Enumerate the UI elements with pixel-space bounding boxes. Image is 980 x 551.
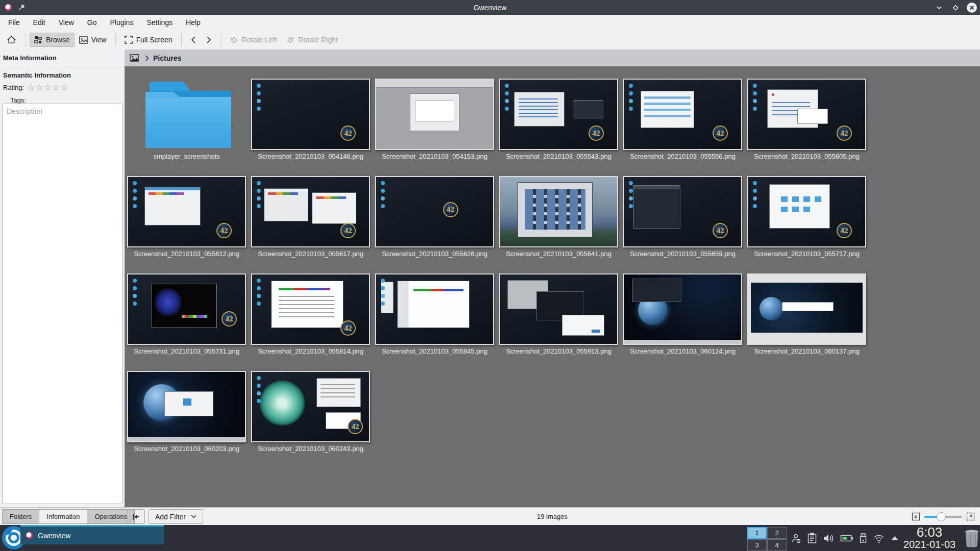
close-button[interactable]: [967, 3, 977, 13]
rating-stars[interactable]: ☆☆☆☆☆: [27, 83, 68, 92]
rotate-right-button[interactable]: Rotate Right: [281, 33, 342, 47]
thumbnail-item[interactable]: 42Screenshot_20210103_055659.png: [623, 176, 742, 258]
thumbnail-image[interactable]: 42: [375, 176, 494, 247]
thumbnail-filename: Screenshot_20210103_055556.png: [623, 153, 742, 160]
star-icon[interactable]: ☆: [52, 83, 60, 92]
desktop-2[interactable]: 2: [767, 527, 787, 539]
desktop-icons-art: [257, 376, 261, 380]
minimize-button[interactable]: [934, 3, 944, 13]
forward-button[interactable]: [201, 33, 216, 47]
breadcrumb: Pictures: [125, 49, 980, 66]
thumbnail-image[interactable]: 42: [127, 273, 246, 345]
menu-file[interactable]: File: [3, 16, 25, 29]
zoom-fullsize-icon[interactable]: [966, 512, 975, 521]
thumbnail-image[interactable]: 42: [375, 273, 494, 345]
browse-button[interactable]: Browse: [30, 33, 75, 47]
thumbnail-image[interactable]: 42: [499, 79, 618, 150]
thumbnail-filename: Screenshot_20210103_055543.png: [499, 153, 618, 160]
home-button[interactable]: [2, 32, 21, 47]
clipboard-icon[interactable]: [807, 533, 817, 544]
tab-information[interactable]: Information: [39, 509, 87, 524]
thumbnail-image[interactable]: 42: [251, 176, 370, 247]
breadcrumb-location[interactable]: Pictures: [153, 54, 181, 62]
menu-plugins[interactable]: Plugins: [105, 16, 138, 29]
thumbnail-filename: Screenshot_20210103_055605.png: [747, 153, 866, 160]
thumbnail-item[interactable]: 42Screenshot_20210103_055617.png: [251, 176, 370, 258]
thumbnail-image[interactable]: 42: [375, 79, 494, 150]
rotate-left-button[interactable]: Rotate Left: [225, 33, 282, 47]
desktop-1[interactable]: 1: [747, 527, 767, 539]
location-image-icon[interactable]: [130, 54, 139, 62]
thumbnail-image[interactable]: 42: [499, 273, 618, 345]
thumbnail-image[interactable]: 42: [251, 371, 370, 442]
thumbnail-item[interactable]: 42Screenshot_20210103_055612.png: [127, 176, 246, 258]
thumbnail-item[interactable]: 42Screenshot_20210103_060243.png: [251, 371, 370, 453]
view-button[interactable]: View: [75, 33, 111, 47]
titlebar[interactable]: Gwenview: [0, 0, 980, 15]
thumbnail-image[interactable]: 42: [127, 176, 246, 247]
zoom-slider[interactable]: [924, 516, 962, 518]
thumbnail-image[interactable]: 42: [251, 273, 370, 345]
thumbnail-image[interactable]: 42: [623, 176, 742, 247]
user-switcher-icon[interactable]: [790, 533, 801, 544]
star-icon[interactable]: ☆: [35, 83, 43, 92]
description-input[interactable]: [2, 104, 122, 504]
thumbnail-image[interactable]: 42: [623, 273, 742, 345]
thumbnail-item[interactable]: 42Screenshot_20210103_055731.png: [127, 273, 246, 355]
fullscreen-button[interactable]: Full Screen: [120, 33, 177, 47]
thumbnail-item[interactable]: 42Screenshot_20210103_055641.png: [499, 176, 618, 258]
volume-icon[interactable]: [823, 533, 835, 544]
thumbnail-image[interactable]: 42: [127, 371, 246, 442]
maximize-button[interactable]: [950, 3, 961, 13]
desktop-icons-art: [753, 84, 757, 88]
menu-view[interactable]: View: [54, 16, 79, 29]
thumbnail-item[interactable]: 42Screenshot_20210103_055543.png: [499, 79, 618, 160]
thumbnail-item[interactable]: 42Screenshot_20210103_055814.png: [251, 273, 370, 355]
thumbnail-item[interactable]: 42Screenshot_20210103_054146.png: [251, 79, 370, 160]
menu-go[interactable]: Go: [82, 16, 102, 29]
thumbnail-filename: Screenshot_20210103_060124.png: [623, 347, 742, 355]
tray-expander-icon[interactable]: [891, 536, 899, 541]
thumbnail-item[interactable]: 42Screenshot_20210103_055717.png: [747, 176, 866, 258]
folder-icon[interactable]: [127, 79, 246, 150]
menu-settings[interactable]: Settings: [141, 16, 178, 29]
digital-clock[interactable]: 6:03 2021-01-03: [899, 525, 960, 549]
thumbnail-item[interactable]: 42Screenshot_20210103_055845.png: [375, 273, 494, 355]
thumbnail-image[interactable]: 42: [747, 79, 866, 150]
thumbnail-filename: Screenshot_20210103_055913.png: [499, 347, 618, 355]
task-button-gwenview[interactable]: Gwenview: [20, 525, 164, 544]
thumbnail-item[interactable]: 42Screenshot_20210103_054153.png: [375, 79, 494, 160]
thumbnail-image[interactable]: 42: [251, 79, 370, 150]
thumbnail-image[interactable]: 42: [747, 176, 866, 247]
thumbnail-item[interactable]: 42Screenshot_20210103_060137.png: [747, 273, 866, 355]
thumbnail-filename: Screenshot_20210103_055814.png: [251, 347, 370, 355]
menu-help[interactable]: Help: [181, 16, 206, 29]
star-icon[interactable]: ☆: [44, 83, 52, 92]
usb-device-icon[interactable]: [859, 533, 867, 544]
view-image-icon: [79, 36, 88, 44]
tab-folders[interactable]: Folders: [2, 509, 39, 524]
thumbnail-item[interactable]: 42Screenshot_20210103_060124.png: [623, 273, 742, 355]
trashcan-icon[interactable]: [963, 528, 980, 548]
thumbnail-image[interactable]: 42: [499, 176, 618, 247]
back-button[interactable]: [186, 33, 201, 47]
thumbnail-item[interactable]: 42Screenshot_20210103_055556.png: [623, 79, 742, 160]
folder-item[interactable]: smplayer_screenshots: [127, 79, 246, 160]
star-icon[interactable]: ☆: [27, 83, 35, 92]
zoom-fit-icon[interactable]: [912, 512, 920, 521]
logo-42-badge: 42: [340, 320, 356, 336]
thumbnail-item[interactable]: 42Screenshot_20210103_055626.png: [375, 176, 494, 258]
thumbnail-item[interactable]: 42Screenshot_20210103_055605.png: [747, 79, 866, 160]
thumbnail-image[interactable]: 42: [747, 273, 866, 345]
star-icon[interactable]: ☆: [60, 83, 68, 92]
thumbnail-item[interactable]: 42Screenshot_20210103_060203.png: [127, 371, 246, 453]
desktop-3[interactable]: 3: [747, 539, 767, 551]
battery-icon[interactable]: [840, 533, 853, 544]
thumbnail-item[interactable]: 42Screenshot_20210103_055913.png: [499, 273, 618, 355]
pin-icon[interactable]: [18, 4, 25, 11]
thumbnail-image[interactable]: 42: [623, 79, 742, 150]
desktop-4[interactable]: 4: [767, 539, 787, 551]
menu-edit[interactable]: Edit: [28, 16, 51, 29]
rotate-left-icon: [230, 36, 238, 44]
wifi-icon[interactable]: [873, 533, 885, 544]
